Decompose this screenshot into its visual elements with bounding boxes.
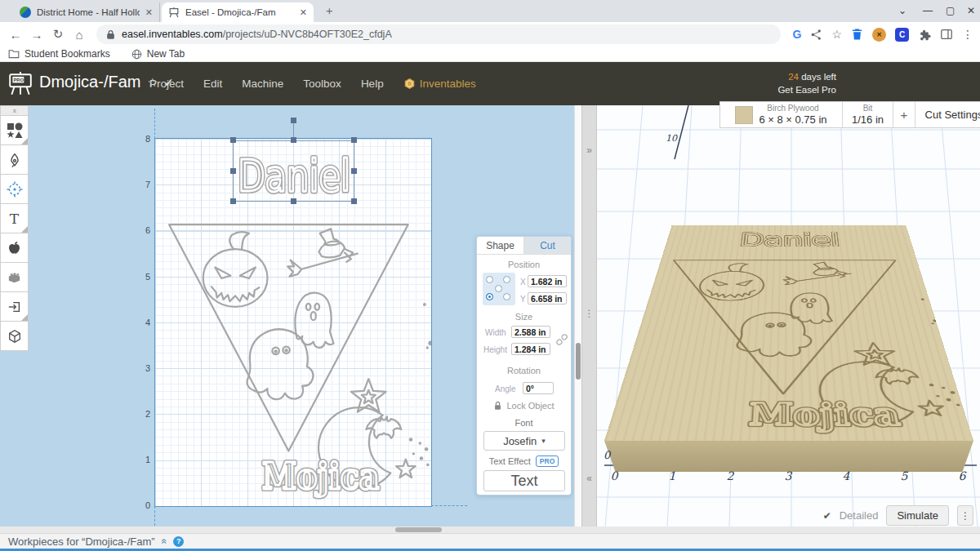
inventables-link[interactable]: Inventables [403,78,476,90]
text-tool-icon[interactable]: T [0,204,29,233]
cut-settings-button[interactable]: Cut Settings [915,102,980,127]
google-icon[interactable]: G [793,28,802,41]
canvas-vertical-scrollbar[interactable] [574,105,581,527]
width-field[interactable]: 2.588 in [511,326,550,338]
panel-divider[interactable]: » ⋮ « [581,105,597,527]
scrollbar-thumb[interactable] [576,343,581,380]
anchor-bottom-left[interactable] [486,293,493,300]
c-extension-icon[interactable]: C [895,28,909,42]
help-icon[interactable]: ? [173,536,184,547]
scrollbar-thumb[interactable] [395,527,442,532]
selection-handle[interactable] [230,137,236,143]
easel-logo-icon[interactable]: PRO [7,71,33,97]
tab-district-home[interactable]: District Home - Half Hollow Hills ✕ [13,2,160,22]
3d-preview-tool-icon[interactable] [0,322,29,351]
divider-drag-handle[interactable]: ⋮ [582,308,596,319]
selection-box[interactable] [233,140,354,202]
height-label: Height [483,345,507,354]
preview-x-tick: 2 [721,469,739,482]
anchor-center[interactable] [495,285,502,292]
material-selector[interactable]: Birch Plywood 6 × 8 × 0.75 in [720,102,843,127]
preview-menu-button[interactable]: ⋮ [957,505,973,526]
palette-collapse-button[interactable]: « [0,105,29,116]
height-field[interactable]: 1.284 in [511,343,550,355]
unlock-aspect-icon[interactable] [555,333,568,346]
back-icon[interactable]: ← [5,28,26,42]
anchor-point-selector[interactable] [483,273,515,305]
new-tab-button[interactable]: ＋ [323,4,335,19]
y-position-field[interactable]: 6.658 in [528,292,567,304]
board-3d-front-face [604,441,973,472]
collapse-up-icon[interactable]: « [158,539,170,544]
extensions-puzzle-icon[interactable] [918,28,931,41]
menu-edit[interactable]: Edit [203,78,222,90]
menu-machine[interactable]: Machine [242,78,283,90]
bookmark-star-icon[interactable]: ☆ [831,28,842,41]
apps-apple-icon[interactable] [0,233,29,263]
shapes-tool-icon[interactable] [0,116,29,145]
y-label: Y [520,295,526,304]
workpieces-label: Workpieces for “Dmojica-/Fam” [8,535,155,548]
trash-extension-icon[interactable] [851,28,863,41]
trial-status[interactable]: 24 days left Get Easel Pro [777,70,836,96]
design-canvas[interactable]: Daniel Daniel Mojica Mojica 8 7 6 5 4 3 … [0,105,583,527]
y-ruler-tick: 6 [131,225,150,235]
lock-object-button[interactable]: Lock Object [477,401,571,411]
caret-down-icon: ▾ [541,437,546,445]
anchor-top-left[interactable] [486,276,493,283]
bookmark-new-tab[interactable]: New Tab [131,48,185,60]
selection-handle[interactable] [291,137,296,143]
pen-tool-icon[interactable] [0,145,29,175]
design-library-icon[interactable] [0,263,29,292]
font-dropdown[interactable]: Josefin ▾ [483,431,565,451]
anchor-bottom-right[interactable] [503,293,510,300]
bookmark-student-bookmarks[interactable]: Student Bookmarks [8,48,110,60]
forward-icon[interactable]: → [26,28,47,42]
sidepanel-icon[interactable] [940,29,953,40]
add-bit-button[interactable]: + [893,102,915,127]
collapse-right-icon[interactable]: » [582,144,596,156]
preview-x-tick: 4 [837,469,855,482]
menu-toolbox[interactable]: Toolbox [303,78,341,90]
address-bar[interactable]: easel.inventables.com/projects/uD-NVC8b4… [96,24,781,44]
share-icon[interactable] [810,29,822,41]
preview-3d-panel[interactable]: 10 0 0 1 2 3 4 5 6 ✔ Detailed Simulate ⋮ [597,105,980,527]
anchor-top-right[interactable] [503,276,510,283]
tab-shape[interactable]: Shape [477,237,524,254]
text-effect-button[interactable]: Text [483,470,565,491]
origin-tool-icon[interactable] [0,175,29,204]
tab-search-icon[interactable]: ⌄ [898,5,906,16]
selection-handle[interactable] [230,198,236,204]
close-tab-icon[interactable]: ✕ [300,7,307,18]
menu-project[interactable]: Project [149,78,184,90]
selection-handle[interactable] [351,137,357,143]
selection-handle[interactable] [230,168,236,174]
canvas-horizontal-scrollbar[interactable] [0,527,980,533]
blocker-extension-icon[interactable]: ✕ [872,28,886,42]
import-tool-icon[interactable] [0,292,29,322]
bit-selector[interactable]: Bit 1/16 in [843,102,893,127]
tab-easel[interactable]: Easel - Dmojica-/Fam ✕ [162,2,314,22]
reload-icon[interactable]: ↻ [47,27,69,42]
browser-menu-icon[interactable]: ⋮ [962,28,973,41]
selection-handle[interactable] [351,168,357,174]
tab-title: District Home - Half Hollow Hills [37,7,140,17]
window-close-button[interactable]: ✕ [967,5,975,16]
close-tab-icon[interactable]: ✕ [145,7,153,18]
simulate-button[interactable]: Simulate [886,505,949,526]
window-minimize-button[interactable]: — [923,5,933,16]
angle-field[interactable]: 0° [523,382,554,394]
tab-cut[interactable]: Cut [524,237,571,254]
detailed-label[interactable]: Detailed [840,509,879,522]
window-maximize-button[interactable]: ▢ [946,5,955,16]
x-label: X [520,278,526,287]
selection-handle[interactable] [291,198,296,204]
y-ruler-tick: 0 [131,500,150,510]
selection-handle[interactable] [351,198,357,204]
rotation-handle[interactable] [291,118,296,123]
menu-help[interactable]: Help [361,78,384,90]
collapse-left-icon[interactable]: « [582,473,596,484]
detailed-check-icon[interactable]: ✔ [823,510,831,522]
x-position-field[interactable]: 1.682 in [528,275,567,287]
home-icon[interactable]: ⌂ [69,28,90,42]
